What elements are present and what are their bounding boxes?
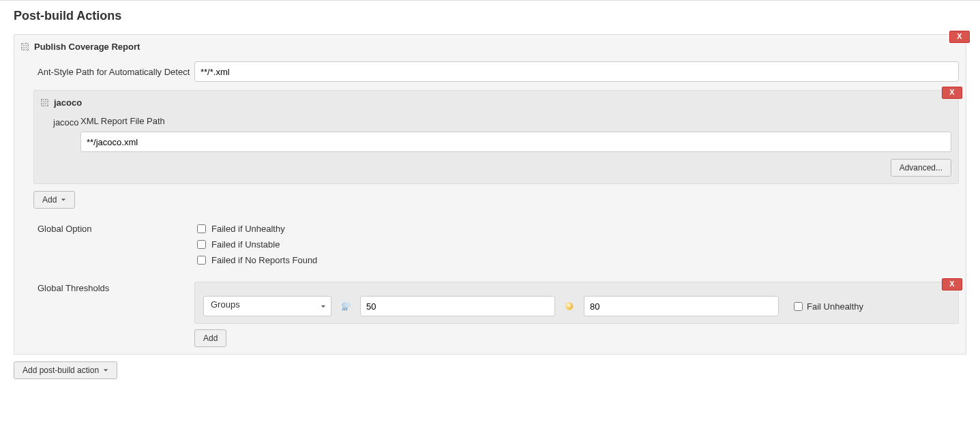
global-option-label: Global Option: [21, 222, 194, 234]
jacoco-block: X jacoco jacoco XML Report File Path Adv…: [33, 90, 959, 184]
threshold-block: X Groups: [194, 282, 959, 324]
failed-if-unhealthy-label: Failed if Unhealthy: [211, 224, 285, 234]
publish-coverage-block: X Publish Coverage Report Ant-Style Path…: [14, 34, 966, 355]
ant-path-label: Ant-Style Path for Automatically Detect: [21, 67, 194, 77]
threshold-metric-select[interactable]: Groups: [203, 296, 331, 316]
xml-report-label: XML Report File Path: [80, 116, 951, 126]
section-title: Post-build Actions: [14, 9, 966, 23]
fail-unhealthy-label: Fail Unhealthy: [807, 301, 863, 312]
threshold-healthy-input[interactable]: [584, 296, 779, 316]
svg-point-3: [566, 303, 574, 310]
add-threshold-button[interactable]: Add: [194, 329, 226, 347]
advanced-button[interactable]: Advanced...: [891, 159, 951, 177]
fail-unhealthy-checkbox[interactable]: [794, 302, 803, 311]
jacoco-title: jacoco: [54, 98, 82, 108]
add-post-build-action-button[interactable]: Add post-build action: [14, 361, 117, 379]
add-post-build-label: Add post-build action: [23, 365, 99, 375]
failed-if-unhealthy-checkbox[interactable]: [197, 224, 206, 233]
global-thresholds-label: Global Thresholds: [21, 282, 194, 293]
threshold-unstable-input[interactable]: [360, 296, 555, 316]
drag-handle-icon[interactable]: [41, 99, 48, 106]
caret-down-icon: [61, 195, 66, 205]
delete-threshold-button[interactable]: X: [942, 278, 962, 290]
svg-point-1: [344, 303, 351, 307]
caret-down-icon: [103, 365, 108, 375]
publish-title: Publish Coverage Report: [34, 42, 140, 52]
failed-if-unstable-label: Failed if Unstable: [211, 239, 280, 250]
jacoco-name-label: jacoco: [41, 116, 80, 128]
failed-if-no-reports-checkbox[interactable]: [197, 256, 206, 265]
storm-icon: [340, 300, 352, 312]
drag-handle-icon[interactable]: [21, 43, 29, 50]
failed-if-no-reports-label: Failed if No Reports Found: [211, 255, 317, 265]
add-adapter-button[interactable]: Add: [33, 191, 75, 209]
sun-icon: [563, 300, 576, 312]
add-button-label: Add: [42, 195, 57, 205]
failed-if-unstable-checkbox[interactable]: [197, 240, 206, 249]
ant-path-input[interactable]: [194, 61, 959, 82]
xml-report-input[interactable]: [80, 132, 951, 152]
